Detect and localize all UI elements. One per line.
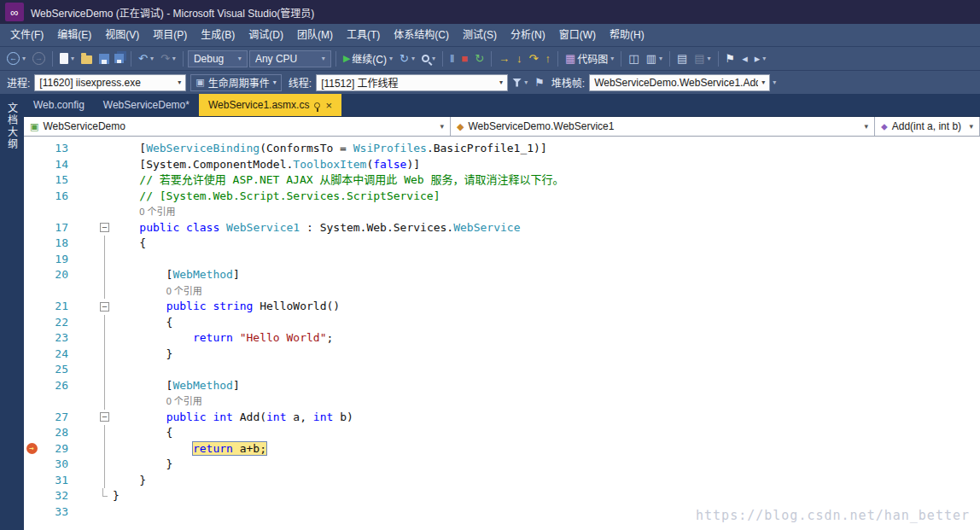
open-file-icon[interactable] [79,50,95,68]
indicator-margin[interactable] [24,220,39,236]
code-line[interactable]: 16 // [System.Web.Script.Services.Script… [24,189,980,205]
indicator-margin[interactable] [24,252,39,268]
menu-item[interactable]: 分析(N) [504,24,552,46]
restart-icon[interactable]: ↻▾ [397,50,417,68]
filter-threads-button[interactable]: ▾ [510,73,530,92]
indicator-margin[interactable] [24,488,39,504]
save-icon[interactable] [96,50,112,68]
indicator-margin[interactable] [24,410,39,426]
stop-debug-icon[interactable]: ■ [458,50,470,68]
process-combo[interactable]: [11620] iisexpress.exe ▾ [34,74,186,91]
break-all-icon[interactable]: ‖ [447,50,457,68]
indicator-margin[interactable] [24,347,39,363]
indicator-margin[interactable] [24,457,39,473]
code-line[interactable]: 30 } [24,457,980,473]
indicator-margin[interactable] [24,504,39,521]
indicator-margin[interactable] [24,315,39,331]
code-line[interactable]: 26 [WebMethod] [24,378,980,394]
code-line[interactable]: 27– public int Add(int a, int b) [24,410,980,426]
continue-button[interactable]: ▶继续(C)▾ [341,50,395,68]
fold-toggle-icon[interactable]: – [100,302,109,312]
code-line[interactable]: 18 { [24,236,980,252]
type-dropdown[interactable]: ◆ WebServiceDemo.WebService1 ▾ [451,117,875,136]
lifecycle-events-button[interactable]: ▣ 生命周期事件 ▾ [190,74,281,91]
indicator-margin[interactable] [24,330,39,347]
window-split-icon[interactable]: ◫ [626,50,641,68]
outline-collapse-icon[interactable]: ▤ [674,50,690,68]
indicator-margin[interactable] [24,267,39,283]
step-over-icon[interactable]: ↷ [527,50,541,68]
code-line[interactable]: 20 [WebMethod] [24,267,980,283]
toolbar-overflow-icon[interactable]: ▾ [773,79,776,86]
code-line[interactable]: 32} [24,488,980,504]
document-tab[interactable]: WebServiceDemo* [94,94,199,116]
codelens-row[interactable]: 0 个引用 [24,204,980,220]
thread-combo[interactable]: [11512] 工作线程 ▾ [316,74,508,91]
step-into-icon[interactable]: ↓ [514,50,525,68]
indicator-margin[interactable] [24,393,39,410]
code-line[interactable]: 31 } [24,473,980,489]
code-line[interactable]: 22 { [24,315,980,331]
menu-item[interactable]: 调试(D) [242,24,290,46]
close-icon[interactable]: × [325,100,332,111]
menu-item[interactable]: 测试(S) [456,24,504,46]
solution-platform-combo[interactable]: Any CPU▾ [249,50,331,67]
code-line[interactable]: 17– public class WebService1 : System.We… [24,220,980,236]
menu-item[interactable]: 生成(B) [194,24,242,46]
redo-icon[interactable]: ↷▾ [158,50,178,68]
code-line[interactable]: →29 return a+b; [24,441,980,457]
member-dropdown[interactable]: ⬥ Add(int a, int b) ▾ [875,117,980,136]
indicator-margin[interactable] [24,189,39,205]
find-icon[interactable]: ▾ [419,50,438,68]
indicator-margin[interactable]: → [24,441,39,457]
indicator-margin[interactable] [24,172,39,189]
document-tab[interactable]: WebService1.asmx.cs× [199,94,341,116]
code-editor[interactable]: 13 [WebServiceBinding(ConformsTo = WsiPr… [24,137,980,530]
fold-toggle-icon[interactable]: – [100,412,109,422]
bookmark-icon[interactable]: ⚑ [723,50,738,68]
pin-icon[interactable] [314,102,320,108]
menu-item[interactable]: 文件(F) [3,24,50,46]
menu-item[interactable]: 工具(T) [340,24,387,46]
indicator-margin[interactable] [24,299,39,315]
project-dropdown[interactable]: ▣ WebServiceDemo ▾ [24,117,451,136]
indicator-margin[interactable] [24,473,39,489]
document-outline-tab[interactable]: 文档大纲 [0,94,24,530]
outline-expand-icon[interactable]: ▤▾ [691,50,713,68]
codelens-row[interactable]: 0 个引用 [24,393,980,410]
save-all-icon[interactable] [114,50,126,68]
code-line[interactable]: 21– public string HelloWorld() [24,299,980,315]
codelens-row[interactable]: 0 个引用 [24,283,980,300]
document-tab[interactable]: Web.config [24,94,94,116]
stack-frame-combo[interactable]: WebServiceDemo.WebService1.Add ▾ [589,74,770,91]
code-line[interactable]: 24 } [24,347,980,363]
indicator-margin[interactable] [24,236,39,252]
menu-item[interactable]: 帮助(H) [603,24,651,46]
code-line[interactable]: 28 { [24,425,980,441]
indicator-margin[interactable] [24,204,39,220]
code-line[interactable]: 19 [24,252,980,268]
menu-item[interactable]: 窗口(W) [552,24,603,46]
prev-bookmark-icon[interactable]: ◂ [739,50,750,68]
code-line[interactable]: 25 [24,362,980,378]
step-out-icon[interactable]: ↑ [543,50,554,68]
flag-threads-button[interactable]: ⚑ [532,73,547,92]
nav-forward-icon[interactable]: → [30,50,48,68]
menu-item[interactable]: 编辑(E) [50,24,98,46]
fold-toggle-icon[interactable]: – [100,223,109,232]
next-bookmark-icon[interactable]: ▸▾ [752,50,769,68]
indicator-margin[interactable] [24,378,39,394]
menu-item[interactable]: 视图(V) [98,24,146,46]
menu-item[interactable]: 项目(P) [146,24,194,46]
indicator-margin[interactable] [24,362,39,378]
new-file-icon[interactable]: ▾ [57,50,77,68]
window-layout-icon[interactable]: ▥▾ [644,50,665,68]
restart-debug-icon[interactable]: ↻ [472,50,487,68]
code-line[interactable]: 14 [System.ComponentModel.ToolboxItem(fa… [24,157,980,173]
indicator-margin[interactable] [24,157,39,173]
code-map-icon[interactable]: ▦代码图▾ [563,50,616,68]
indicator-margin[interactable] [24,141,39,157]
indicator-margin[interactable] [24,283,39,300]
code-line[interactable]: 15 // 若要允许使用 ASP.NET AJAX 从脚本中调用此 Web 服务… [24,172,980,189]
menu-item[interactable]: 团队(M) [290,24,340,46]
